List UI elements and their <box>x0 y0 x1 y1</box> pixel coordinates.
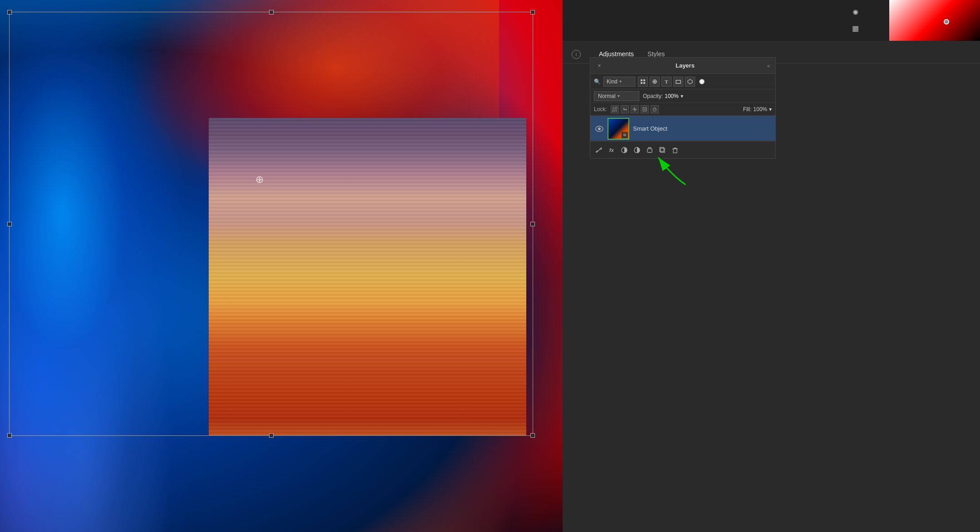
delete-layer-button[interactable] <box>670 145 680 155</box>
search-icon: 🔍 <box>594 78 601 85</box>
svg-rect-7 <box>676 80 681 83</box>
opacity-label: Opacity: <box>643 93 663 99</box>
layer-bottom-icons: fx <box>594 145 680 155</box>
blend-mode-row: Normal ▾ Opacity: 100% ▾ <box>590 89 775 103</box>
svg-line-21 <box>598 149 600 151</box>
layers-close-button[interactable]: × <box>596 62 603 69</box>
layers-collapse-button[interactable]: « <box>767 63 770 68</box>
gradient-picker-dot[interactable] <box>944 19 949 24</box>
layers-panel-title: Layers <box>676 62 695 69</box>
fill-arrow[interactable]: ▾ <box>769 106 772 112</box>
layers-panel: × Layers « 🔍 Kind ▾ T <box>590 57 776 159</box>
color-swatch-area: ✺ ▦ <box>563 0 980 41</box>
layers-filter-row: 🔍 Kind ▾ T <box>590 74 775 89</box>
layer-name-label: Smart Object <box>633 125 771 132</box>
svg-rect-3 <box>643 82 645 84</box>
color-gradient-preview[interactable] <box>889 0 980 41</box>
blend-mode-select[interactable]: Normal ▾ <box>594 91 639 101</box>
filter-icons-group: T <box>638 77 707 87</box>
svg-rect-18 <box>653 109 656 111</box>
svg-rect-1 <box>643 79 645 81</box>
top-right-tools: ✺ ▦ <box>844 0 867 41</box>
svg-rect-9 <box>615 107 617 109</box>
layers-bottom-bar: fx <box>590 141 775 158</box>
filter-active-dot[interactable] <box>697 77 707 87</box>
group-layers-button[interactable] <box>645 145 655 155</box>
smart-object-badge: ⧉ <box>622 132 628 138</box>
lock-all-btn[interactable] <box>651 105 659 113</box>
layer-row-smart-object[interactable]: ⧉ Smart Object <box>590 116 775 141</box>
svg-rect-8 <box>612 107 614 109</box>
sun-tool-icon[interactable]: ✺ <box>848 6 862 20</box>
grid-tool-icon[interactable]: ▦ <box>848 22 862 35</box>
fill-control: Fill: 100% ▾ <box>743 106 772 112</box>
lock-artboard-btn[interactable] <box>641 105 649 113</box>
svg-rect-0 <box>641 79 642 81</box>
svg-point-20 <box>598 127 601 130</box>
add-adjustment-layer-button[interactable] <box>632 145 642 155</box>
add-layer-style-button[interactable]: fx <box>607 145 617 155</box>
layer-kind-select[interactable]: Kind ▾ <box>603 77 635 87</box>
svg-rect-24 <box>647 149 652 152</box>
add-layer-mask-button[interactable] <box>619 145 629 155</box>
lock-position-btn[interactable] <box>631 105 639 113</box>
new-layer-button[interactable] <box>657 145 667 155</box>
svg-point-12 <box>623 107 624 109</box>
layer-thumbnail: ⧉ <box>608 118 629 140</box>
filter-shape-icon[interactable] <box>673 77 683 87</box>
link-layers-button[interactable] <box>594 145 604 155</box>
lock-transparent-btn[interactable] <box>611 105 619 113</box>
fill-label: Fill: <box>743 106 752 112</box>
lock-row: Lock: <box>590 103 775 116</box>
filter-adjustment-icon[interactable] <box>650 77 660 87</box>
svg-rect-27 <box>673 149 677 153</box>
layer-visibility-toggle[interactable] <box>595 124 604 133</box>
lock-icons-group <box>611 105 659 113</box>
info-icon[interactable]: i <box>572 50 581 59</box>
opacity-arrow[interactable]: ▾ <box>681 93 683 99</box>
opacity-control: Opacity: 100% ▾ <box>643 93 683 99</box>
svg-rect-10 <box>612 110 614 112</box>
filter-pixel-icon[interactable] <box>638 77 648 87</box>
fill-value[interactable]: 100% <box>753 106 767 112</box>
lock-image-btn[interactable] <box>621 105 629 113</box>
filter-text-icon[interactable]: T <box>662 77 671 87</box>
canvas-area: ⊕ <box>0 0 563 532</box>
lock-label: Lock: <box>594 106 607 112</box>
sunset-layer <box>209 118 526 435</box>
crosshair-cursor: ⊕ <box>255 174 266 185</box>
svg-rect-17 <box>644 108 646 110</box>
filter-smartobject-icon[interactable] <box>685 77 695 87</box>
svg-rect-2 <box>641 82 642 84</box>
opacity-value[interactable]: 100% <box>665 93 679 99</box>
svg-rect-11 <box>615 110 617 112</box>
layers-panel-header: × Layers « <box>590 58 775 74</box>
right-panel: ✺ ▦ i Adjustments Styles « × Layers « 🔍 <box>563 0 980 532</box>
